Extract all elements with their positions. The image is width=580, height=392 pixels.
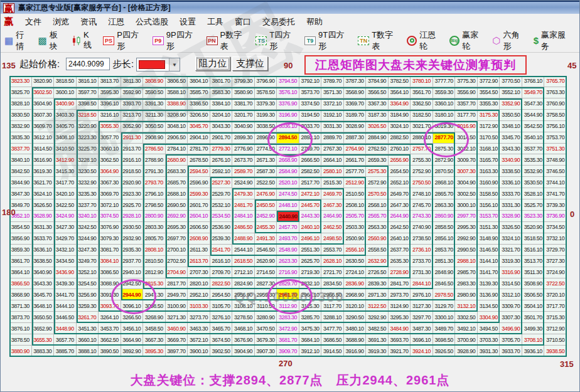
- matrix-cell[interactable]: 3739.30: [544, 199, 567, 211]
- matrix-cell[interactable]: 2491.30: [255, 233, 277, 245]
- matrix-cell[interactable]: 3895.30: [143, 346, 166, 357]
- matrix-cell[interactable]: 2700.10: [166, 245, 188, 256]
- matrix-cell[interactable]: 2625.70: [299, 256, 322, 267]
- matrix-cell[interactable]: 2457.70: [277, 222, 299, 233]
- matrix-cell[interactable]: 3439.30: [54, 278, 77, 290]
- matrix-cell[interactable]: 2736.10: [411, 245, 433, 256]
- matrix-cell[interactable]: 3710.50: [544, 334, 567, 346]
- matrix-cell[interactable]: 3681.70: [277, 334, 299, 346]
- matrix-cell[interactable]: 3897.70: [166, 346, 188, 357]
- toolbar-button-t-square[interactable]: TST四方形: [255, 29, 298, 52]
- matrix-cell[interactable]: 3290.50: [344, 312, 367, 323]
- matrix-cell[interactable]: 2827.30: [255, 278, 277, 290]
- matrix-cell[interactable]: 3268.90: [143, 312, 166, 323]
- matrix-cell[interactable]: 3768.10: [522, 76, 545, 87]
- matrix-cell[interactable]: 3316.90: [500, 267, 522, 278]
- matrix-cell[interactable]: 3326.50: [500, 222, 522, 233]
- matrix-cell[interactable]: 3117.70: [321, 300, 344, 312]
- matrix-cell[interactable]: 3835.30: [9, 132, 32, 144]
- matrix-cell[interactable]: 3715.30: [544, 312, 567, 323]
- matrix-cell[interactable]: 3758.50: [544, 110, 567, 121]
- matrix-cell[interactable]: 3592.90: [121, 87, 144, 98]
- matrix-cell[interactable]: 2709.70: [210, 267, 233, 278]
- matrix-cell[interactable]: 3741.70: [544, 188, 567, 199]
- matrix-cell[interactable]: 2601.70: [188, 199, 210, 211]
- matrix-cell[interactable]: 3516.10: [522, 245, 545, 256]
- matrix-cell[interactable]: 2584.90: [277, 166, 299, 177]
- matrix-cell[interactable]: 3576.10: [277, 87, 299, 98]
- matrix-cell[interactable]: 2652.10: [389, 177, 411, 188]
- matrix-cell[interactable]: 2767.30: [321, 144, 344, 155]
- matrix-cell[interactable]: 3016.90: [455, 121, 478, 132]
- matrix-cell[interactable]: 3093.70: [99, 300, 121, 312]
- matrix-cell[interactable]: 2666.50: [299, 154, 322, 166]
- matrix-cell[interactable]: 3674.50: [210, 334, 233, 346]
- matrix-cell[interactable]: 3024.10: [389, 121, 411, 132]
- matrix-cell[interactable]: 3924.10: [411, 346, 433, 357]
- matrix-cell[interactable]: 2481.70: [232, 199, 255, 211]
- matrix-cell[interactable]: 2796.10: [143, 188, 166, 199]
- matrix-cell[interactable]: 2692.90: [166, 211, 188, 222]
- matrix-cell[interactable]: 2779.30: [210, 144, 233, 155]
- matrix-cell[interactable]: 2728.90: [389, 267, 411, 278]
- matrix-cell[interactable]: 2906.50: [166, 132, 188, 144]
- matrix-cell[interactable]: 2604.10: [188, 211, 210, 222]
- matrix-cell[interactable]: 2685.70: [166, 177, 188, 188]
- matrix-cell[interactable]: 2613.70: [188, 256, 210, 267]
- matrix-cell[interactable]: 2870.50: [433, 166, 456, 177]
- matrix-cell[interactable]: 2896.90: [255, 132, 277, 144]
- matrix-cell[interactable]: 3475.30: [299, 323, 322, 334]
- matrix-cell[interactable]: 2726.50: [366, 267, 389, 278]
- matrix-cell[interactable]: 3021.70: [411, 121, 433, 132]
- matrix-cell[interactable]: 3235.30: [77, 188, 99, 199]
- matrix-cell[interactable]: 3688.90: [344, 334, 367, 346]
- matrix-cell[interactable]: 2776.90: [232, 144, 255, 155]
- matrix-cell[interactable]: 3295.30: [389, 312, 411, 323]
- matrix-cell[interactable]: 2829.70: [277, 278, 299, 290]
- matrix-cell[interactable]: 3009.70: [455, 154, 478, 166]
- matrix-cell[interactable]: 3153.70: [478, 211, 500, 222]
- matrix-cell[interactable]: 3638.50: [32, 256, 55, 267]
- matrix-cell[interactable]: 2976.10: [411, 289, 433, 300]
- matrix-cell[interactable]: 3043.30: [210, 121, 233, 132]
- matrix-cell[interactable]: 2476.90: [255, 188, 277, 199]
- matrix-cell[interactable]: 3542.50: [522, 121, 545, 132]
- matrix-cell[interactable]: 3208.90: [166, 110, 188, 121]
- matrix-cell[interactable]: 3816.10: [77, 76, 99, 87]
- matrix-cell[interactable]: 3885.70: [54, 346, 77, 357]
- matrix-cell[interactable]: 2630.50: [344, 256, 367, 267]
- matrix-cell[interactable]: 3561.70: [411, 87, 433, 98]
- matrix-cell[interactable]: 3518.50: [522, 233, 545, 245]
- matrix-cell[interactable]: 2798.50: [143, 199, 166, 211]
- matrix-cell[interactable]: 2980.90: [455, 289, 478, 300]
- toolbar-button-winner-service[interactable]: $赢家服务: [534, 29, 573, 52]
- menu-window[interactable]: 窗口: [229, 16, 257, 28]
- matrix-cell[interactable]: 3129.70: [433, 300, 456, 312]
- matrix-cell[interactable]: 3069.70: [99, 188, 121, 199]
- matrix-cell[interactable]: 2992.90: [455, 233, 478, 245]
- matrix-cell[interactable]: 3182.50: [411, 110, 433, 121]
- matrix-cell[interactable]: 3832.90: [9, 121, 32, 132]
- matrix-cell[interactable]: 3864.10: [9, 267, 32, 278]
- matrix-cell[interactable]: 2762.50: [366, 144, 389, 155]
- matrix-cell[interactable]: 3873.70: [9, 312, 32, 323]
- matrix-cell[interactable]: 2455.30: [255, 222, 277, 233]
- matrix-cell[interactable]: 3602.50: [32, 87, 55, 98]
- toolbar-button-winner-wheel[interactable]: Big赢家轮: [449, 29, 486, 52]
- matrix-cell[interactable]: 2664.10: [321, 154, 344, 166]
- matrix-cell[interactable]: 3168.10: [478, 144, 500, 155]
- matrix-cell[interactable]: 3825.70: [9, 87, 32, 98]
- matrix-cell[interactable]: 3595.30: [99, 87, 121, 98]
- matrix-cell[interactable]: 3028.90: [344, 121, 367, 132]
- matrix-cell[interactable]: 3686.50: [321, 334, 344, 346]
- matrix-cell[interactable]: 2493.70: [277, 233, 299, 245]
- matrix-cell[interactable]: 2697.70: [166, 233, 188, 245]
- matrix-cell[interactable]: 2527.30: [210, 177, 233, 188]
- matrix-cell[interactable]: 2808.10: [143, 245, 166, 256]
- matrix-cell[interactable]: 3463.30: [188, 323, 210, 334]
- toolbar-button-9t-square[interactable]: T99T四方形: [304, 29, 352, 52]
- matrix-cell[interactable]: 3806.50: [166, 76, 188, 87]
- matrix-cell[interactable]: 2923.30: [121, 188, 144, 199]
- matrix-cell[interactable]: 2560.90: [366, 233, 389, 245]
- matrix-cell[interactable]: 3794.50: [277, 76, 299, 87]
